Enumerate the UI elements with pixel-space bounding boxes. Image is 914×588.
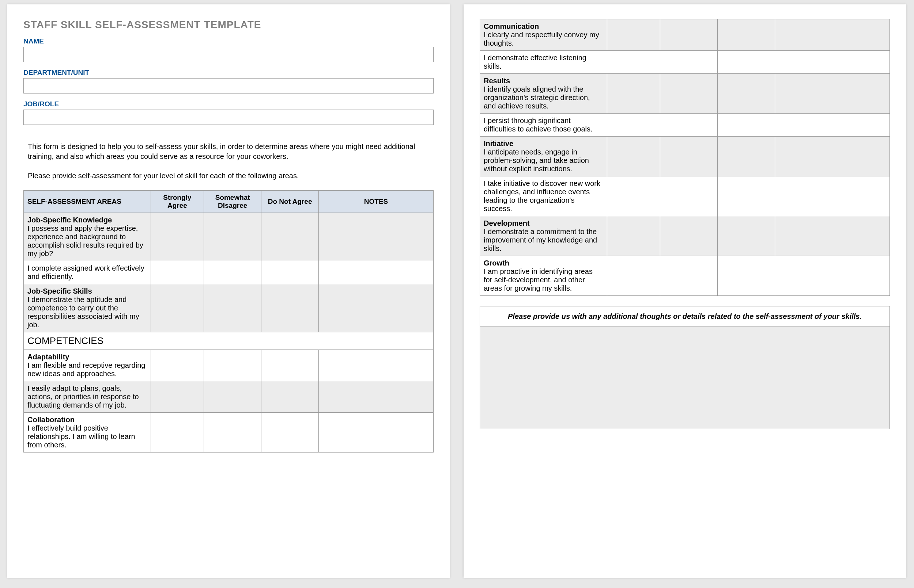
rating-cell[interactable] (261, 284, 319, 332)
table-row: I take initiative to discover new work c… (480, 176, 890, 216)
rating-cell[interactable] (204, 284, 261, 332)
row-desc-text: I possess and apply the expertise, exper… (28, 224, 147, 258)
table-row: CollaborationI effectively build positiv… (24, 413, 434, 452)
feedback-prompt: Please provide us with any additional th… (480, 306, 890, 327)
table-row: I easily adapt to plans, goals, actions,… (24, 381, 434, 413)
notes-cell[interactable] (775, 51, 890, 74)
notes-cell[interactable] (319, 261, 434, 284)
rating-cell[interactable] (151, 213, 204, 261)
notes-cell[interactable] (775, 113, 890, 137)
department-input[interactable] (23, 78, 434, 94)
col-area: SELF-ASSESSMENT AREAS (24, 191, 151, 213)
role-input[interactable] (23, 110, 434, 125)
feedback-textarea[interactable] (480, 327, 890, 429)
table-row: I persist through significant difficulti… (480, 113, 890, 137)
rating-cell[interactable] (204, 350, 261, 381)
rating-cell[interactable] (718, 137, 775, 176)
rating-cell[interactable] (261, 413, 319, 452)
rating-cell[interactable] (151, 350, 204, 381)
rating-cell[interactable] (607, 176, 660, 216)
rating-cell[interactable] (718, 113, 775, 137)
intro-text: This form is designed to help you to sel… (23, 142, 434, 181)
table-row: DevelopmentI demonstrate a commitment to… (480, 216, 890, 256)
row-desc-text: I identify goals aligned with the organi… (484, 85, 603, 110)
row-title: Growth (484, 259, 603, 267)
row-desc-text: I effectively build positive relationshi… (28, 424, 147, 449)
notes-cell[interactable] (319, 413, 434, 452)
table-row: GrowthI am proactive in identifying area… (480, 256, 890, 296)
notes-cell[interactable] (775, 19, 890, 51)
rating-cell[interactable] (204, 413, 261, 452)
notes-cell[interactable] (775, 137, 890, 176)
rating-cell[interactable] (718, 19, 775, 51)
row-description: I complete assigned work effectively and… (24, 261, 151, 284)
rating-cell[interactable] (261, 381, 319, 413)
row-title: Initiative (484, 139, 603, 148)
row-desc-text: I persist through significant difficulti… (484, 116, 603, 133)
rating-cell[interactable] (660, 256, 718, 296)
row-desc-text: I clearly and respectfully convey my tho… (484, 31, 603, 47)
rating-cell[interactable] (151, 381, 204, 413)
row-description: ResultsI identify goals aligned with the… (480, 74, 607, 113)
table-row: Job-Specific KnowledgeI possess and appl… (24, 213, 434, 261)
rating-cell[interactable] (151, 413, 204, 452)
rating-cell[interactable] (261, 350, 319, 381)
rating-cell[interactable] (204, 261, 261, 284)
row-title: Adaptability (28, 353, 147, 361)
row-desc-text: I easily adapt to plans, goals, actions,… (28, 384, 147, 409)
notes-cell[interactable] (775, 216, 890, 256)
table-row: CommunicationI clearly and respectfully … (480, 19, 890, 51)
rating-cell[interactable] (261, 261, 319, 284)
row-title: Development (484, 219, 603, 228)
row-title: Communication (484, 22, 603, 31)
rating-cell[interactable] (151, 284, 204, 332)
row-desc-text: I take initiative to discover new work c… (484, 179, 603, 213)
rating-cell[interactable] (660, 137, 718, 176)
notes-cell[interactable] (775, 74, 890, 113)
rating-cell[interactable] (660, 176, 718, 216)
rating-cell[interactable] (718, 256, 775, 296)
rating-cell[interactable] (204, 381, 261, 413)
rating-cell[interactable] (607, 51, 660, 74)
col-notes: NOTES (319, 191, 434, 213)
rating-cell[interactable] (718, 216, 775, 256)
row-desc-text: I demonstrate effective listening skills… (484, 54, 603, 71)
rating-cell[interactable] (607, 19, 660, 51)
rating-cell[interactable] (607, 74, 660, 113)
notes-cell[interactable] (775, 176, 890, 216)
rating-cell[interactable] (607, 113, 660, 137)
row-description: CommunicationI clearly and respectfully … (480, 19, 607, 51)
intro-p1: This form is designed to help you to sel… (28, 142, 429, 162)
notes-cell[interactable] (319, 213, 434, 261)
row-description: CollaborationI effectively build positiv… (24, 413, 151, 452)
intro-p2: Please provide self-assessment for your … (28, 171, 429, 181)
notes-cell[interactable] (319, 381, 434, 413)
rating-cell[interactable] (261, 213, 319, 261)
rating-cell[interactable] (607, 256, 660, 296)
rating-cell[interactable] (660, 216, 718, 256)
rating-cell[interactable] (607, 216, 660, 256)
table-row: ResultsI identify goals aligned with the… (480, 74, 890, 113)
rating-cell[interactable] (718, 176, 775, 216)
rating-cell[interactable] (660, 113, 718, 137)
rating-cell[interactable] (660, 19, 718, 51)
row-desc-text: I anticipate needs, engage in problem-so… (484, 148, 603, 173)
rating-cell[interactable] (660, 51, 718, 74)
row-description: I persist through significant difficulti… (480, 113, 607, 137)
rating-cell[interactable] (660, 74, 718, 113)
notes-cell[interactable] (775, 256, 890, 296)
rating-cell[interactable] (718, 74, 775, 113)
table-row: InitiativeI anticipate needs, engage in … (480, 137, 890, 176)
row-title: Job-Specific Knowledge (28, 216, 147, 224)
row-description: InitiativeI anticipate needs, engage in … (480, 137, 607, 176)
rating-cell[interactable] (204, 213, 261, 261)
name-input[interactable] (23, 47, 434, 62)
rating-cell[interactable] (718, 51, 775, 74)
notes-cell[interactable] (319, 350, 434, 381)
row-description: GrowthI am proactive in identifying area… (480, 256, 607, 296)
row-description: Job-Specific KnowledgeI possess and appl… (24, 213, 151, 261)
notes-cell[interactable] (319, 284, 434, 332)
rating-cell[interactable] (151, 261, 204, 284)
rating-cell[interactable] (607, 137, 660, 176)
role-label: JOB/ROLE (23, 100, 434, 108)
